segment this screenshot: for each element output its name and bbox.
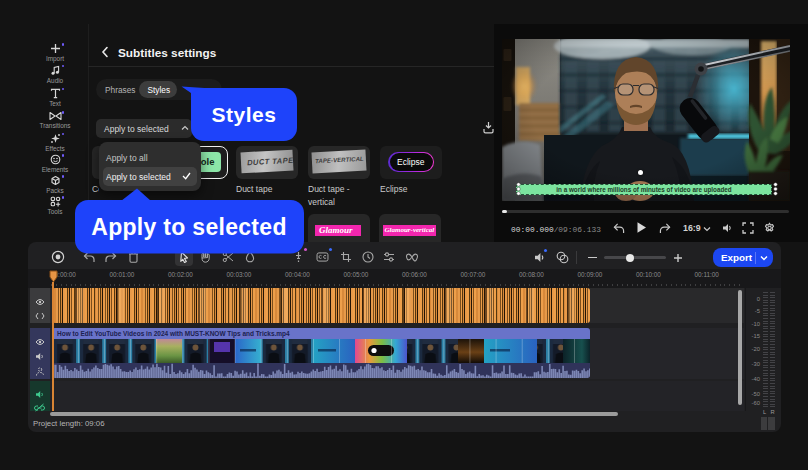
svg-text:Apply to selected: Apply to selected [91,214,287,240]
svg-text:Styles: Styles [212,103,277,126]
